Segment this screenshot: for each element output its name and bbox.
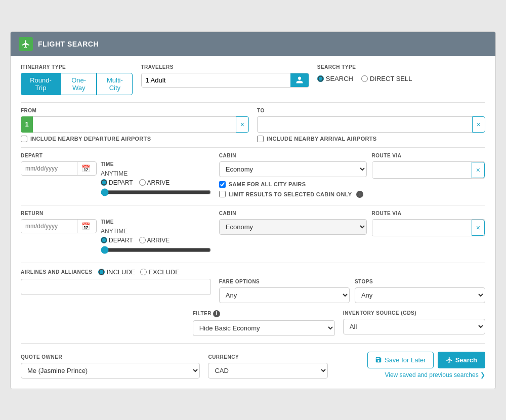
airlines-input[interactable]: [21, 279, 211, 295]
cabin2-route-right: CABIN Economy Business First Premium Eco…: [219, 211, 485, 236]
itinerary-tabs: Round-Trip One-Way Multi-City: [21, 73, 133, 95]
currency-section: CURRENCY CAD USD EUR GBP: [208, 354, 327, 379]
currency-label: CURRENCY: [208, 354, 327, 360]
direct-sell-radio-text: DIRECT SELL: [370, 75, 412, 82]
airlines-row: AIRLINES AND ALLIANCES INCLUDE EXCLUDE: [21, 268, 485, 303]
depart-col: DEPART 📅 TIME ANYTIME DEPART: [21, 153, 211, 198]
return-date-input[interactable]: [21, 220, 77, 233]
tab-multi-city[interactable]: Multi-City: [97, 73, 133, 95]
divider-2: [21, 147, 485, 148]
return-time-slider[interactable]: [101, 246, 211, 254]
depart-time-radios: DEPART ARRIVE: [101, 179, 211, 186]
tab-round-trip[interactable]: Round-Trip: [21, 73, 61, 95]
filter-select[interactable]: Hide Basic Economy Show Basic Economy On…: [193, 320, 335, 336]
save-btn-text: Save for Later: [385, 356, 426, 364]
search-radio-label[interactable]: SEARCH: [317, 75, 353, 82]
return-calendar-btn[interactable]: 📅: [77, 220, 94, 233]
quote-owner-section: QUOTE OWNER Me (Jasmine Prince) Other: [21, 354, 200, 379]
currency-select[interactable]: CAD USD EUR GBP: [208, 363, 327, 379]
depart-depart-label[interactable]: DEPART: [101, 179, 133, 186]
quote-owner-select[interactable]: Me (Jasmine Prince) Other: [21, 363, 200, 379]
inventory-select[interactable]: All Amadeus Sabre Galileo: [343, 319, 485, 334]
route1-input[interactable]: [372, 162, 472, 178]
itinerary-section: ITINERARY TYPE Round-Trip One-Way Multi-…: [21, 64, 133, 95]
search-btn-text: Search: [455, 356, 477, 364]
route2-section: ROUTE VIA ×: [372, 211, 485, 236]
return-depart-text: DEPART: [109, 237, 133, 244]
travelers-section: TRAVELERS: [141, 64, 309, 88]
from-input-row: 1 ×: [21, 116, 249, 133]
direct-sell-radio-label[interactable]: DIRECT SELL: [361, 75, 412, 82]
from-nearby-row: INCLUDE NEARBY DEPARTURE AIRPORTS: [21, 136, 249, 142]
from-nearby-label[interactable]: INCLUDE NEARBY DEPARTURE AIRPORTS: [30, 136, 151, 142]
depart-arrive-text: ARRIVE: [147, 179, 170, 186]
depart-time-slider[interactable]: [101, 188, 211, 196]
cabin2-select[interactable]: Economy Business First Premium Economy: [219, 219, 367, 235]
stops-label: STOPS: [355, 279, 485, 284]
return-label: RETURN: [21, 211, 211, 216]
view-saved-link[interactable]: View saved and previous searches ❯: [385, 371, 485, 379]
return-depart-label[interactable]: DEPART: [101, 237, 133, 244]
airlines-label: AIRLINES AND ALLIANCES: [21, 269, 92, 275]
airlines-exclude-radio[interactable]: [140, 269, 147, 275]
stops-select[interactable]: Any Non-stop 1 Stop 2+ Stops: [355, 287, 485, 303]
cabin-route-right: CABIN Economy Business First Premium Eco…: [219, 153, 485, 198]
from-nearby-checkbox[interactable]: [21, 136, 27, 142]
return-date-wrap: 📅: [21, 219, 97, 233]
depart-depart-radio[interactable]: [101, 179, 107, 186]
filter-label: FILTER i: [193, 310, 335, 317]
route2-input[interactable]: [372, 220, 472, 236]
to-nearby-label[interactable]: INCLUDE NEARBY ARRIVAL AIRPORTS: [267, 136, 377, 142]
filter-section: FILTER i Hide Basic Economy Show Basic E…: [193, 310, 335, 336]
return-arrive-label[interactable]: ARRIVE: [139, 237, 170, 244]
depart-calendar-btn[interactable]: 📅: [77, 162, 94, 175]
same-city-label[interactable]: SAME FOR ALL CITY PAIRS: [229, 181, 306, 187]
from-input[interactable]: [33, 116, 236, 133]
limit-cabin-checkbox[interactable]: [219, 191, 226, 197]
direct-sell-radio[interactable]: [361, 75, 368, 82]
route1-clear-btn[interactable]: ×: [472, 162, 485, 178]
action-buttons: Save for Later Search: [367, 352, 485, 368]
return-depart-radio[interactable]: [101, 237, 107, 243]
search-type-section: SEARCH TYPE SEARCH DIRECT SELL: [317, 64, 485, 82]
depart-arrive-label[interactable]: ARRIVE: [139, 179, 170, 186]
cabin1-select[interactable]: Economy Business First Premium Economy: [219, 161, 367, 177]
return-time-label: TIME: [101, 219, 211, 225]
return-arrive-radio[interactable]: [139, 237, 146, 243]
limit-info-icon[interactable]: i: [356, 191, 363, 198]
depart-label: DEPART: [21, 153, 211, 158]
same-city-checkbox[interactable]: [219, 181, 226, 188]
filter-info-icon[interactable]: i: [213, 310, 220, 317]
save-for-later-btn[interactable]: Save for Later: [367, 352, 434, 368]
to-clear-btn[interactable]: ×: [472, 116, 485, 133]
limit-cabin-label[interactable]: LIMIT RESULTS TO SELECTED CABIN ONLY: [229, 191, 352, 197]
travelers-label: TRAVELERS: [141, 64, 309, 70]
to-input[interactable]: [257, 116, 472, 133]
to-nearby-checkbox[interactable]: [257, 136, 264, 142]
search-radio[interactable]: [317, 75, 324, 82]
to-nearby-row: INCLUDE NEARBY ARRIVAL AIRPORTS: [257, 136, 485, 142]
from-to-row: FROM 1 × INCLUDE NEARBY DEPARTURE AIRPOR…: [21, 108, 485, 142]
from-clear-btn[interactable]: ×: [236, 116, 249, 133]
fare-select[interactable]: Any Published Private Net: [219, 287, 350, 303]
form-body: ITINERARY TYPE Round-Trip One-Way Multi-…: [11, 56, 495, 389]
depart-date-input[interactable]: [21, 162, 77, 175]
quote-owner-label: QUOTE OWNER: [21, 354, 200, 360]
airlines-include-label[interactable]: INCLUDE: [98, 268, 135, 276]
route2-clear-btn[interactable]: ×: [472, 220, 485, 236]
travelers-icon-btn[interactable]: [290, 73, 309, 87]
to-label: TO: [257, 108, 485, 113]
return-arrive-text: ARRIVE: [147, 237, 170, 244]
header-title: FLIGHT SEARCH: [38, 40, 99, 48]
depart-arrive-radio[interactable]: [139, 179, 146, 186]
airlines-include-radio[interactable]: [98, 269, 105, 275]
travelers-input-wrap: [141, 73, 309, 88]
travelers-input[interactable]: [142, 73, 290, 87]
search-btn[interactable]: Search: [438, 352, 485, 368]
airlines-exclude-label[interactable]: EXCLUDE: [140, 268, 179, 276]
tab-one-way[interactable]: One-Way: [61, 73, 97, 95]
flight-search-card: FLIGHT SEARCH ITINERARY TYPE Round-Trip …: [10, 31, 496, 389]
cabin1-section: CABIN Economy Business First Premium Eco…: [219, 153, 367, 198]
depart-time-label: TIME: [101, 161, 211, 167]
route2-input-wrap: ×: [372, 219, 485, 236]
